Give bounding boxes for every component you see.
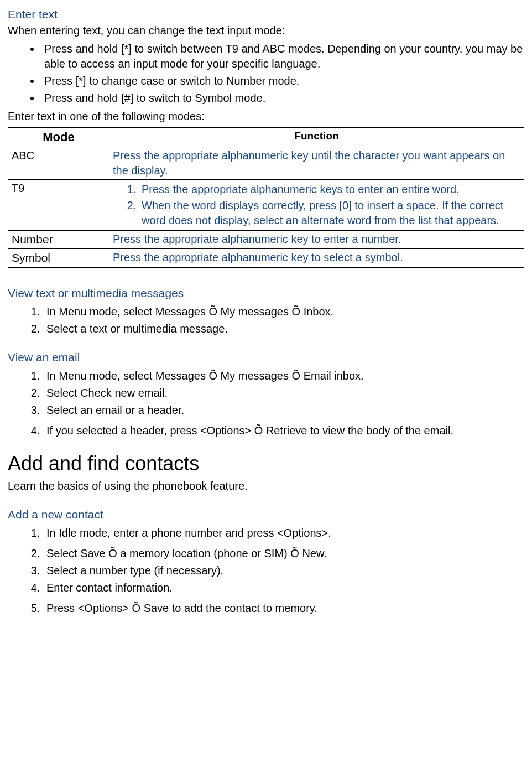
- heading-add-find-contacts: Add and find contacts: [8, 450, 524, 478]
- step-item: When the word displays correctly, press …: [139, 198, 520, 228]
- mode-cell: ABC: [8, 147, 109, 180]
- function-cell: Press the appropriate alphanumeric key t…: [109, 249, 524, 267]
- section-title-view-messages: View text or multimedia messages: [8, 286, 524, 301]
- subtitle-text: Learn the basics of using the phonebook …: [8, 479, 524, 494]
- view-email-steps: In Menu mode, select Messages Õ My messa…: [30, 369, 524, 438]
- step-item: Enter contact information.: [43, 580, 524, 595]
- step-item: Press the appropriate alphanumeric keys …: [139, 182, 520, 197]
- col-header-mode: Mode: [8, 128, 109, 147]
- step-item: In Idle mode, enter a phone number and p…: [43, 526, 524, 541]
- add-contact-steps: In Idle mode, enter a phone number and p…: [30, 526, 524, 616]
- function-cell: Press the appropriate alphanumeric key t…: [109, 231, 524, 249]
- step-item: If you selected a header, press <Options…: [43, 423, 524, 438]
- table-row: T9 Press the appropriate alphanumeric ke…: [8, 180, 524, 231]
- mode-cell: Number: [8, 231, 109, 249]
- step-item: Select a text or multimedia message.: [43, 321, 524, 336]
- col-header-function: Function: [109, 128, 524, 147]
- section-title-enter-text: Enter text: [8, 7, 524, 22]
- section-title-view-email: View an email: [8, 350, 524, 365]
- step-item: Press <Options> Õ Save to add the contac…: [43, 601, 524, 616]
- table-row: ABC Press the appropriate alphanumeric k…: [8, 147, 524, 180]
- function-cell: Press the appropriate alphanumeric keys …: [109, 180, 524, 231]
- step-item: Select Check new email.: [43, 386, 524, 401]
- bullet-item: Press [*] to change case or switch to Nu…: [41, 74, 524, 89]
- function-cell: Press the appropriate alphanumeric key u…: [109, 147, 524, 180]
- mode-cell: T9: [8, 180, 109, 231]
- step-item: In Menu mode, select Messages Õ My messa…: [43, 369, 524, 383]
- step-item: In Menu mode, select Messages Õ My messa…: [43, 304, 524, 319]
- intro-text: When entering text, you can change the t…: [8, 23, 524, 38]
- view-messages-steps: In Menu mode, select Messages Õ My messa…: [30, 304, 524, 336]
- step-item: Select an email or a header.: [43, 403, 524, 418]
- bullet-item: Press and hold [*] to switch between T9 …: [41, 42, 524, 71]
- table-intro: Enter text in one of the following modes…: [8, 109, 524, 124]
- step-item: Select a number type (if necessary).: [43, 563, 524, 578]
- mode-cell: Symbol: [8, 249, 109, 267]
- table-row: Number Press the appropriate alphanumeri…: [8, 231, 524, 249]
- step-item: Select Save Õ a memory location (phone o…: [43, 546, 524, 561]
- mode-switch-bullets: Press and hold [*] to switch between T9 …: [28, 42, 524, 106]
- modes-table: Mode Function ABC Press the appropriate …: [8, 127, 524, 267]
- bullet-item: Press and hold [#] to switch to Symbol m…: [41, 91, 524, 106]
- table-row: Symbol Press the appropriate alphanumeri…: [8, 249, 524, 267]
- section-title-add-contact: Add a new contact: [8, 507, 524, 522]
